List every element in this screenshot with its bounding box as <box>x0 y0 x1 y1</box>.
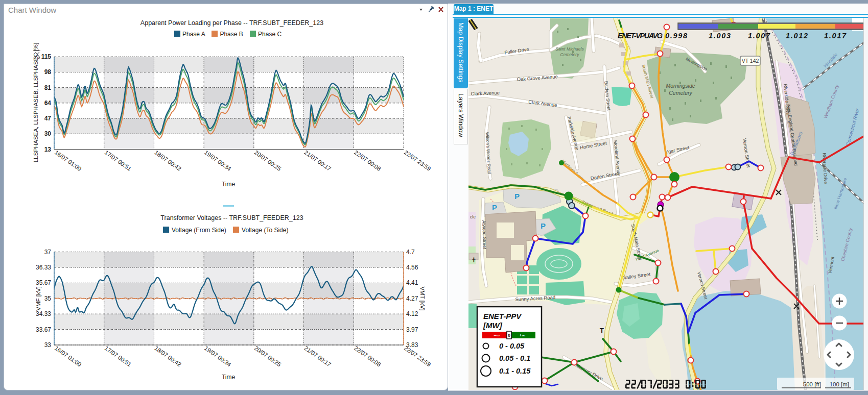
svg-text:0: 0 <box>508 333 510 338</box>
svg-text:0.05 - 0.1: 0.05 - 0.1 <box>499 354 530 362</box>
svg-text:Time: Time <box>222 181 236 188</box>
svg-text:19/07 00:34: 19/07 00:34 <box>203 149 232 172</box>
svg-text:20/07 00:25: 20/07 00:25 <box>253 149 283 172</box>
svg-text:LLSPHASEA, LLSPHASEB, LLSPHASE: LLSPHASEA, LLSPHASEB, LLSPHASEC [%] <box>33 43 39 163</box>
svg-text:4.12: 4.12 <box>406 310 418 317</box>
svg-text:17/07 00:51: 17/07 00:51 <box>104 345 133 368</box>
svg-text:33: 33 <box>44 341 52 349</box>
svg-text:0.1 - 0.15: 0.1 - 0.15 <box>499 367 531 375</box>
svg-text:98: 98 <box>44 68 52 76</box>
svg-text:13: 13 <box>44 146 52 153</box>
svg-text:Cemetery: Cemetery <box>669 90 692 96</box>
svg-text:[MW]: [MW] <box>483 321 503 330</box>
svg-text:cle: cle <box>470 214 476 219</box>
svg-text:500 [ft]: 500 [ft] <box>803 381 821 387</box>
svg-text:1.003: 1.003 <box>709 32 731 40</box>
svg-text:17/07 00:51: 17/07 00:51 <box>104 149 133 172</box>
svg-text:1.007: 1.007 <box>748 32 770 40</box>
svg-text:3.97: 3.97 <box>406 326 418 333</box>
svg-text:P: P <box>514 192 520 201</box>
svg-text:19/07 00:34: 19/07 00:34 <box>203 345 232 368</box>
svg-text:1.017: 1.017 <box>824 32 847 40</box>
svg-text:33.67: 33.67 <box>36 326 51 333</box>
svg-text:Time: Time <box>222 374 236 381</box>
svg-text:P: P <box>492 203 497 212</box>
svg-text:4.27: 4.27 <box>406 295 418 302</box>
svg-text:30: 30 <box>44 130 52 137</box>
svg-text:37: 37 <box>44 249 52 256</box>
svg-text:Cemetery: Cemetery <box>560 52 580 57</box>
svg-text:81: 81 <box>44 84 52 91</box>
svg-text:35.67: 35.67 <box>36 279 51 286</box>
svg-text:−∞: −∞ <box>494 333 500 338</box>
svg-text:✝: ✝ <box>471 256 477 264</box>
svg-text:34.33: 34.33 <box>36 310 51 317</box>
svg-text:P: P <box>541 221 546 230</box>
svg-text:1.012: 1.012 <box>786 32 808 40</box>
svg-text:ENET-PPV: ENET-PPV <box>483 312 522 320</box>
svg-text:22/07 23:59: 22/07 23:59 <box>403 149 432 172</box>
svg-text:ENET-VPUAVG: ENET-VPUAVG <box>618 32 663 40</box>
svg-text:16/07 01:00: 16/07 01:00 <box>54 149 83 172</box>
svg-text:35: 35 <box>44 295 52 302</box>
svg-text:22/07 00:08: 22/07 00:08 <box>353 149 382 172</box>
svg-text:Clark Avenue: Clark Avenue <box>471 90 500 96</box>
svg-text:+∞: +∞ <box>519 333 525 338</box>
svg-text:T: T <box>600 327 604 334</box>
svg-text:16/07 01:00: 16/07 01:00 <box>54 345 83 368</box>
svg-text:47: 47 <box>44 115 52 122</box>
svg-text:0 - 0.05: 0 - 0.05 <box>499 342 525 350</box>
svg-text:0.998: 0.998 <box>665 32 688 40</box>
svg-text:4.41: 4.41 <box>406 279 418 286</box>
svg-text:VMF [kV]: VMF [kV] <box>35 286 41 310</box>
svg-text:4.56: 4.56 <box>406 264 418 271</box>
svg-text:4.7: 4.7 <box>406 249 415 256</box>
svg-text:18/07 00:42: 18/07 00:42 <box>153 345 182 368</box>
svg-text:Atwood Street: Atwood Street <box>481 220 487 249</box>
svg-text:VT 142: VT 142 <box>742 58 759 64</box>
svg-text:64: 64 <box>44 100 52 107</box>
svg-text:22/07 00:08: 22/07 00:08 <box>353 345 382 368</box>
svg-text:100 [m]: 100 [m] <box>830 381 849 387</box>
svg-text:36.33: 36.33 <box>36 264 51 271</box>
svg-text:VMT [kV]: VMT [kV] <box>419 286 426 310</box>
svg-text:20/07 00:25: 20/07 00:25 <box>253 345 283 368</box>
svg-text:21/07 00:17: 21/07 00:17 <box>303 149 332 172</box>
svg-text:18/07 00:42: 18/07 00:42 <box>153 149 182 172</box>
svg-text:21/07 00:17: 21/07 00:17 <box>303 345 332 368</box>
svg-text:115: 115 <box>41 53 52 60</box>
